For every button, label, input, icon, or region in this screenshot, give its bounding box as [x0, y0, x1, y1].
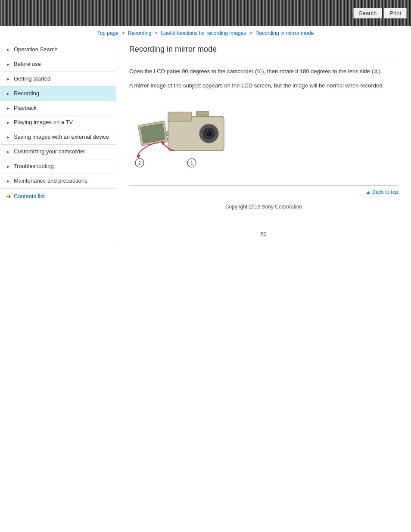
arrow-icon: ► — [6, 178, 10, 184]
svg-rect-6 — [196, 111, 209, 116]
arrow-icon: ► — [6, 164, 10, 169]
breadcrumb-current[interactable]: Recording in mirror mode — [255, 30, 314, 36]
breadcrumb-sep2: > — [155, 30, 159, 36]
sidebar: ► Operation Search ► Before use ► Gettin… — [0, 40, 116, 246]
content-paragraph2: A mirror-image of the subject appears on… — [129, 81, 398, 90]
sidebar-item-operation-search[interactable]: ► Operation Search — [0, 43, 116, 57]
sidebar-label: Before use — [14, 61, 112, 68]
page-number: 50 — [129, 231, 398, 237]
svg-point-10 — [165, 131, 169, 136]
header-bar: Search Print — [0, 0, 411, 26]
breadcrumb-recording[interactable]: Recording — [128, 30, 152, 36]
sidebar-label: Operation Search — [14, 46, 112, 53]
arrow-icon: ► — [6, 76, 10, 82]
arrow-right-icon: ➔ — [6, 193, 11, 200]
arrow-icon: ► — [6, 134, 10, 140]
breadcrumb: Top page > Recording > Useful functions … — [0, 26, 411, 40]
svg-text:2: 2 — [138, 160, 141, 165]
sidebar-item-playing-images-tv[interactable]: ► Playing images on a TV — [0, 115, 116, 130]
arrow-icon: ► — [6, 91, 10, 96]
search-button[interactable]: Search — [353, 8, 382, 19]
page-title-section: Recording in mirror mode — [129, 45, 398, 60]
back-to-top[interactable]: ▲ Back to top — [129, 185, 398, 195]
page-title: Recording in mirror mode — [129, 45, 398, 54]
arrow-icon: ► — [6, 120, 10, 125]
sidebar-label: Troubleshooting — [14, 163, 112, 170]
sidebar-label: Saving images with an external device — [14, 134, 112, 141]
sidebar-item-saving-images[interactable]: ► Saving images with an external device — [0, 130, 116, 145]
svg-rect-1 — [168, 112, 192, 121]
sidebar-item-before-use[interactable]: ► Before use — [0, 57, 116, 72]
arrow-icon: ► — [6, 47, 10, 53]
breadcrumb-useful-functions[interactable]: Useful functions for recording images — [161, 30, 246, 36]
footer-copyright: Copyright 2013 Sony Corporation — [129, 204, 398, 218]
sidebar-item-getting-started[interactable]: ► Getting started — [0, 72, 116, 87]
arrow-icon: ► — [6, 106, 10, 111]
sidebar-label: Playback — [14, 105, 112, 112]
sidebar-item-customizing[interactable]: ► Customizing your camcorder — [0, 145, 116, 159]
contents-list-link[interactable]: ➔ Contents list — [0, 189, 116, 204]
sidebar-item-recording[interactable]: ► Recording — [0, 87, 116, 101]
sidebar-label: Maintenance and precautions — [14, 177, 112, 185]
header-buttons: Search Print — [353, 8, 407, 19]
arrow-icon: ► — [6, 62, 10, 67]
sidebar-label: Getting started — [14, 75, 112, 83]
camcorder-svg: 2 1 — [129, 99, 241, 177]
main-layout: ► Operation Search ► Before use ► Gettin… — [0, 40, 411, 246]
svg-point-5 — [206, 131, 209, 133]
sidebar-label: Playing images on a TV — [14, 119, 112, 126]
print-button[interactable]: Print — [384, 8, 407, 19]
svg-text:1: 1 — [190, 160, 193, 165]
content-paragraph1: Open the LCD panel 90 degrees to the cam… — [129, 67, 398, 76]
content-area: Recording in mirror mode Open the LCD pa… — [116, 40, 411, 246]
breadcrumb-sep3: > — [249, 30, 254, 36]
sidebar-item-maintenance[interactable]: ► Maintenance and precautions — [0, 174, 116, 189]
sidebar-item-troubleshooting[interactable]: ► Troubleshooting — [0, 159, 116, 174]
camcorder-illustration: 2 1 — [129, 99, 398, 177]
breadcrumb-top-page[interactable]: Top page — [97, 30, 118, 36]
contents-list-label: Contents list — [14, 193, 45, 199]
breadcrumb-sep1: > — [121, 30, 126, 36]
arrow-icon: ► — [6, 149, 10, 155]
sidebar-label: Recording — [14, 90, 112, 97]
sidebar-item-playback[interactable]: ► Playback — [0, 101, 116, 116]
sidebar-label: Customizing your camcorder — [14, 148, 112, 156]
